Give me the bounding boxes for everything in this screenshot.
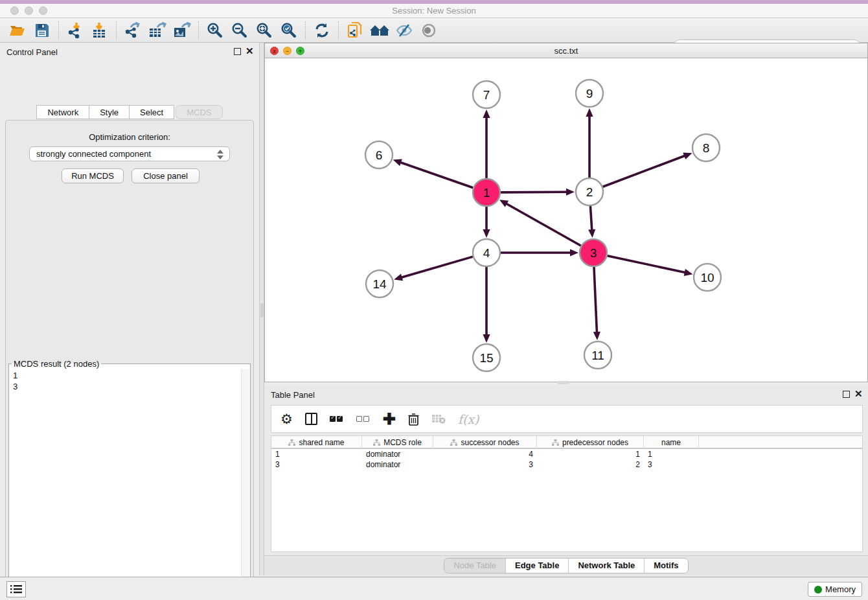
network-view-window: x − + scc.txt 7968124314101511	[264, 43, 868, 382]
export-table-icon	[148, 22, 166, 39]
edge-4-14[interactable]	[401, 257, 473, 277]
trash-icon	[408, 413, 419, 426]
delete-columns-button[interactable]	[408, 413, 419, 426]
table-mode-gear-button[interactable]: ⚙	[280, 411, 293, 427]
first-neighbors-button[interactable]	[367, 20, 392, 41]
import-network-button[interactable]	[63, 20, 87, 41]
table-cell[interactable]: 1	[271, 449, 362, 459]
run-mcds-button[interactable]: Run MCDS	[62, 168, 124, 183]
create-column-button[interactable]: ✚	[383, 413, 396, 426]
table-cell[interactable]: 3	[433, 459, 537, 470]
deselect-all-columns-button[interactable]	[356, 416, 371, 422]
arrowhead-icon	[593, 332, 600, 340]
horizontal-splitter-grip[interactable]	[558, 381, 569, 384]
toolbar-separator	[58, 21, 59, 40]
network-window-title: scc.txt	[265, 46, 867, 56]
zoom-selected-button[interactable]	[277, 20, 301, 41]
zoom-selected-icon	[280, 22, 297, 39]
column-header-shared-name[interactable]: shared name	[271, 436, 362, 449]
zoom-out-button[interactable]	[227, 20, 252, 41]
hide-eye-icon	[395, 23, 413, 38]
table-cell[interactable]: 3	[644, 459, 699, 470]
table-cell[interactable]: 1	[537, 449, 644, 459]
tab-motifs[interactable]: Motifs	[644, 559, 687, 573]
show-hide-columns-button[interactable]	[305, 413, 317, 425]
tab-select[interactable]: Select	[130, 105, 174, 119]
edge-3-11[interactable]	[594, 267, 597, 333]
edge-3-10[interactable]	[608, 256, 686, 273]
table-cell[interactable]: dominator	[362, 459, 433, 470]
close-panel-button[interactable]: Close panel	[131, 168, 200, 183]
table-tabs-strip: Node TableEdge TableNetwork TableMotifs	[264, 555, 868, 575]
hide-selected-button[interactable]	[392, 20, 417, 41]
table-cell[interactable]: 1	[644, 449, 699, 459]
toolbar-separator	[305, 21, 306, 40]
import-table-button[interactable]	[87, 20, 112, 41]
table-row[interactable]: 1dominator411	[271, 449, 862, 459]
mcds-result-text: 1 3	[13, 370, 17, 392]
select-all-columns-button[interactable]	[330, 416, 344, 422]
table-cell[interactable]: 2	[537, 459, 644, 470]
unchecked-box-icon	[363, 416, 369, 422]
home-neighbors-icon	[369, 23, 390, 38]
tab-node-table[interactable]: Node Table	[444, 559, 505, 573]
shared-column-icon	[450, 439, 457, 446]
table-row[interactable]: 3dominator323	[271, 459, 862, 470]
table-cell[interactable]: dominator	[362, 449, 433, 459]
table-header-row: shared nameMCDS rolesuccessor nodesprede…	[271, 436, 862, 449]
tab-network[interactable]: Network	[36, 105, 89, 119]
edge-3-1[interactable]	[506, 203, 581, 246]
criterion-dropdown[interactable]: strongly connected component	[29, 146, 230, 161]
close-table-panel-icon[interactable]: ✕	[854, 388, 863, 400]
column-header-successor-nodes[interactable]: successor nodes	[433, 436, 537, 449]
table-cell[interactable]: 4	[433, 449, 537, 459]
table-toolbar: ⚙ ✚ f(x)	[271, 405, 863, 433]
export-table-button[interactable]	[145, 20, 170, 41]
vertical-splitter[interactable]	[259, 43, 264, 575]
network-graph-canvas[interactable]: 7968124314101511	[265, 58, 867, 382]
edge-2-8[interactable]	[603, 156, 686, 187]
tab-mcds[interactable]: MCDS	[176, 105, 222, 119]
show-all-button[interactable]	[417, 20, 441, 41]
columns-icon	[305, 413, 317, 425]
float-panel-icon[interactable]	[234, 48, 241, 55]
open-file-button[interactable]	[5, 20, 30, 41]
tab-style[interactable]: Style	[89, 105, 130, 119]
arrowhead-icon	[483, 229, 490, 238]
function-builder-button[interactable]: f(x)	[458, 412, 479, 426]
float-table-panel-icon[interactable]	[843, 391, 850, 398]
clone-network-button[interactable]	[343, 20, 367, 41]
node-table[interactable]: shared nameMCDS rolesuccessor nodesprede…	[271, 435, 863, 552]
tab-edge-table[interactable]: Edge Table	[505, 559, 568, 573]
edge-2-3[interactable]	[590, 206, 591, 231]
edge-1-6[interactable]	[400, 162, 473, 188]
table-panel: Table Panel ✕ ⚙ ✚	[264, 386, 868, 575]
close-panel-icon[interactable]: ✕	[246, 45, 254, 57]
export-image-button[interactable]	[170, 20, 194, 41]
export-network-icon	[124, 22, 141, 39]
arrowhead-icon	[683, 152, 692, 159]
table-cell[interactable]: 3	[271, 459, 362, 470]
control-panel-header: Control Panel ✕	[0, 43, 259, 61]
splitter-grip[interactable]	[260, 303, 264, 317]
refresh-view-button[interactable]	[310, 20, 334, 41]
tab-network-table[interactable]: Network Table	[568, 559, 644, 573]
edge-1-2[interactable]	[501, 192, 567, 192]
delete-table-button[interactable]	[431, 414, 446, 424]
memory-button[interactable]: Memory	[808, 582, 862, 597]
unchecked-box-icon	[356, 416, 362, 422]
result-scrollbar[interactable]	[241, 369, 249, 600]
column-header-predecessor-nodes[interactable]: predecessor nodes	[537, 436, 644, 449]
zoom-fit-button[interactable]	[252, 20, 277, 41]
export-network-button[interactable]	[120, 20, 145, 41]
titlebar: Session: New Session	[0, 0, 868, 18]
task-history-button[interactable]	[6, 581, 26, 597]
zoom-in-button[interactable]	[203, 20, 227, 41]
column-header-MCDS-role[interactable]: MCDS role	[362, 436, 433, 449]
network-window-titlebar[interactable]: x − + scc.txt	[265, 43, 867, 58]
column-header-name[interactable]: name	[644, 436, 699, 449]
save-session-button[interactable]	[30, 20, 54, 41]
application-window: Session: New Session	[0, 0, 868, 600]
import-table-icon	[91, 22, 108, 39]
arrowhead-icon	[483, 110, 490, 118]
